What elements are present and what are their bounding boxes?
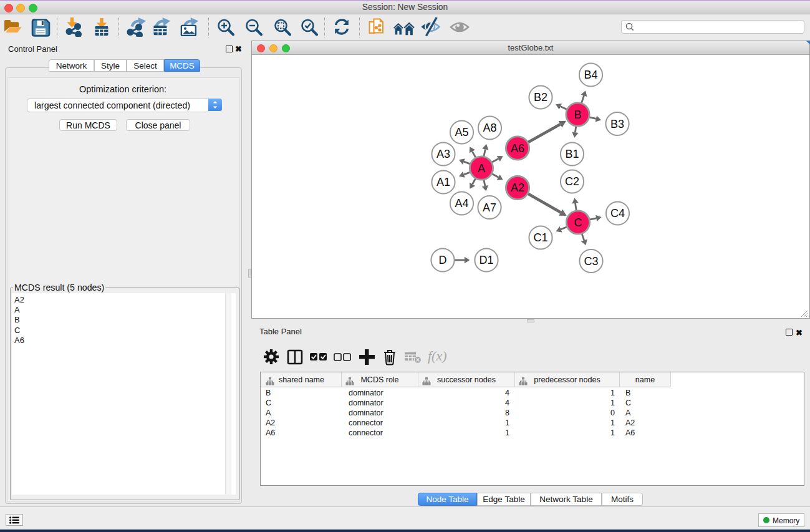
svg-text:A4: A4 [455, 197, 468, 210]
svg-text:B3: B3 [610, 118, 624, 130]
svg-text:A2: A2 [511, 181, 524, 194]
svg-text:A8: A8 [483, 122, 496, 134]
svg-text:A7: A7 [483, 201, 496, 214]
svg-text:A5: A5 [455, 126, 468, 138]
svg-text:B2: B2 [534, 91, 547, 104]
svg-text:D: D [439, 254, 447, 266]
svg-text:D1: D1 [479, 254, 493, 266]
svg-text:B: B [574, 109, 581, 121]
svg-text:C1: C1 [533, 231, 547, 244]
svg-text:C2: C2 [565, 175, 579, 188]
svg-text:C3: C3 [584, 255, 598, 268]
svg-text:A: A [478, 162, 485, 175]
svg-text:A1: A1 [436, 176, 450, 188]
svg-text:C4: C4 [610, 207, 625, 220]
svg-text:A6: A6 [511, 142, 524, 155]
svg-text:B4: B4 [584, 69, 597, 81]
svg-text:B1: B1 [565, 148, 579, 160]
svg-text:C: C [574, 216, 582, 229]
svg-text:A3: A3 [436, 148, 450, 160]
